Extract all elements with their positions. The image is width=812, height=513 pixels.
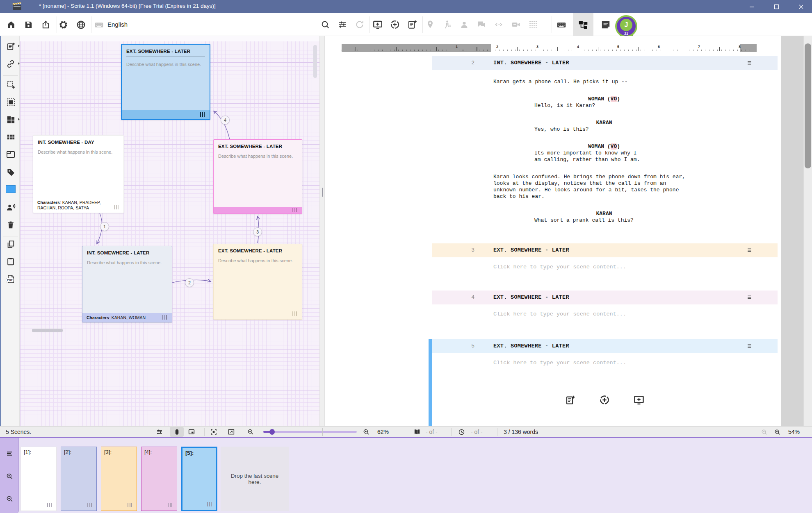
panel-splitter[interactable] — [319, 36, 325, 426]
editor-scrollbar-thumb[interactable] — [805, 43, 811, 168]
scene-heading[interactable]: EXT. SOMEWHERE - LATER — [493, 247, 569, 253]
canvas-zoom-slider[interactable] — [263, 431, 357, 433]
layout-blocks-icon[interactable] — [5, 114, 16, 125]
scene-heading[interactable]: EXT. SOMEWHERE - LATER — [493, 343, 569, 349]
mouse-mode-icon[interactable] — [173, 428, 180, 436]
editor-scrollbar-track[interactable] — [803, 36, 812, 426]
canvas-options-sliders-icon[interactable] — [156, 428, 163, 436]
scene-card-1[interactable]: INT. SOMEWHERE - DAY Describe what happe… — [33, 135, 124, 213]
search-icon[interactable] — [320, 19, 331, 30]
location-pin-icon[interactable] — [425, 19, 436, 30]
paste-clipboard-icon[interactable] — [5, 256, 16, 267]
scene-card-2[interactable]: INT. SOMEWHERE - LATER Describe what hap… — [82, 246, 172, 322]
canvas-vertical-scrollbar[interactable] — [313, 45, 317, 78]
scene-card-synopsis-placeholder[interactable]: Describe what happens in this scene. — [87, 260, 167, 265]
code-tags-icon[interactable] — [493, 19, 504, 30]
maximize-button[interactable] — [767, 0, 786, 13]
scene-content-placeholder[interactable]: Click here to type your scene content... — [493, 360, 626, 366]
scene-content-placeholder[interactable]: Click here to type your scene content... — [493, 264, 626, 270]
scene-card-synopsis-placeholder[interactable]: Describe what happens in this scene. — [218, 258, 297, 263]
zoom-slider-thumb[interactable] — [269, 429, 275, 435]
grid-layout-icon[interactable] — [5, 132, 16, 142]
dialogue-block[interactable]: KARAN What sort a prank call is this? — [432, 211, 778, 224]
add-note-icon[interactable] — [407, 19, 417, 30]
add-circle-icon[interactable] — [390, 19, 400, 30]
refresh-icon[interactable] — [354, 19, 365, 30]
save-icon[interactable] — [23, 19, 34, 30]
language-globe-icon[interactable] — [75, 19, 86, 30]
scene-heading-row-3[interactable]: 3 EXT. SOMEWHERE - LATER — [432, 243, 778, 257]
export-pdf-icon[interactable]: PDF — [5, 274, 16, 284]
language-selector[interactable]: English — [107, 21, 128, 28]
filter-sliders-icon[interactable] — [337, 19, 348, 30]
copy-icon[interactable] — [5, 239, 16, 250]
timeline-drop-target[interactable]: Drop the last scene here. — [221, 447, 289, 511]
delete-trash-icon[interactable] — [5, 220, 16, 230]
scene-card-synopsis-placeholder[interactable]: Describe what happens in this scene. — [38, 150, 119, 154]
notes-icon[interactable] — [600, 19, 611, 30]
scene-heading-row-5[interactable]: 5 EXT. SOMEWHERE - LATER — [432, 339, 778, 353]
scene-menu-icon[interactable] — [747, 247, 752, 253]
select-area-add-icon[interactable] — [5, 79, 16, 90]
user-profile-badge[interactable]: J 21 — [615, 15, 638, 38]
home-icon[interactable] — [6, 19, 16, 30]
timeline-scene-5-selected[interactable]: [5]: — [181, 447, 217, 511]
fit-selection-icon[interactable] — [210, 428, 217, 436]
panel-overlay-icon[interactable] — [188, 428, 195, 436]
zoom-out-editor-icon[interactable] — [760, 428, 768, 436]
connect-scenes-icon[interactable] — [5, 59, 16, 69]
scene-menu-icon[interactable] — [747, 343, 752, 349]
add-screen-icon[interactable] — [372, 19, 383, 30]
fit-page-icon[interactable] — [228, 428, 235, 436]
minimize-button[interactable] — [742, 0, 761, 13]
close-button[interactable] — [791, 0, 810, 13]
scene-heading-row-4[interactable]: 4 EXT. SOMEWHERE - LATER — [432, 291, 778, 304]
scene-card-synopsis-placeholder[interactable]: Describe what happens in this scene. — [218, 154, 297, 159]
scene-card-3[interactable]: EXT. SOMEWHERE - LATER Describe what hap… — [213, 244, 302, 320]
scene-2-content[interactable]: Karan gets a phone call. He picks it up … — [432, 75, 778, 234]
scene-heading[interactable]: INT. SOMEWHERE - LATER — [493, 60, 569, 66]
video-camera-icon[interactable] — [511, 19, 521, 30]
splitter-handle[interactable] — [322, 188, 323, 197]
dialogue-block[interactable]: KARAN Yes, who is this? — [432, 120, 778, 133]
zoom-out-canvas-icon[interactable] — [247, 428, 254, 436]
scene-menu-icon[interactable] — [747, 295, 752, 300]
dialogue-block[interactable]: WOMAN (VO) Hello, is it Karan? — [432, 96, 778, 109]
timeline-scene-4[interactable]: [4]: — [141, 447, 177, 511]
timeline-zoom-in-icon[interactable] — [5, 471, 14, 481]
timeline-scene-1[interactable]: [1]: — [21, 447, 57, 511]
screenplay-page[interactable]: 2 INT. SOMEWHERE - LATER Karan gets a ph… — [432, 36, 778, 426]
action-paragraph[interactable]: Karan looks confused. He brings the phon… — [493, 174, 733, 200]
scene-card-synopsis-placeholder[interactable]: Describe what happens in this scene. — [126, 62, 205, 67]
scene-card-5-selected[interactable]: EXT. SOMEWHERE - LATER Describe what hap… — [121, 44, 210, 120]
scene-heading-row-2[interactable]: 2 INT. SOMEWHERE - LATER — [432, 56, 778, 70]
select-frame-icon[interactable] — [5, 97, 16, 107]
canvas-horizontal-scrollbar[interactable] — [32, 329, 63, 332]
timeline-zoom-out-icon[interactable] — [5, 494, 14, 504]
scene-heading[interactable]: EXT. SOMEWHERE - LATER — [493, 294, 569, 300]
timeline-scene-2[interactable]: [2]: — [61, 447, 97, 511]
zoom-in-canvas-icon[interactable] — [363, 428, 370, 436]
add-screen-scene-icon[interactable] — [633, 394, 645, 406]
structure-view-icon[interactable] — [578, 19, 588, 30]
scene-content-placeholder[interactable]: Click here to type your scene content... — [493, 311, 626, 317]
share-export-icon[interactable] — [40, 19, 51, 30]
timeline-scene-3[interactable]: [3]: — [101, 447, 137, 511]
scene-card-4[interactable]: EXT. SOMEWHERE - LATER Describe what hap… — [213, 139, 302, 214]
character-walk-icon[interactable] — [442, 19, 452, 30]
dialogue-block[interactable]: WOMAN (VO) Its more important to know wh… — [432, 143, 778, 163]
scene-color-swatch[interactable] — [6, 185, 16, 193]
zoom-in-editor-icon[interactable] — [773, 428, 781, 436]
virtual-keyboard-icon[interactable] — [556, 19, 567, 30]
add-circle-scene-icon[interactable] — [599, 394, 610, 406]
settings-gear-icon[interactable] — [58, 19, 68, 30]
character-announce-icon[interactable] — [5, 202, 16, 213]
new-scene-icon[interactable] — [5, 41, 16, 52]
timeline-menu-icon[interactable] — [5, 449, 14, 459]
episode-tab-icon[interactable] — [5, 149, 16, 160]
tag-icon[interactable] — [5, 167, 16, 177]
add-scene-note-icon[interactable] — [564, 394, 576, 406]
keyboard-language-icon[interactable] — [94, 19, 104, 30]
action-paragraph[interactable]: Karan gets a phone call. He picks it up … — [493, 79, 733, 85]
scene-menu-icon[interactable] — [747, 60, 752, 66]
